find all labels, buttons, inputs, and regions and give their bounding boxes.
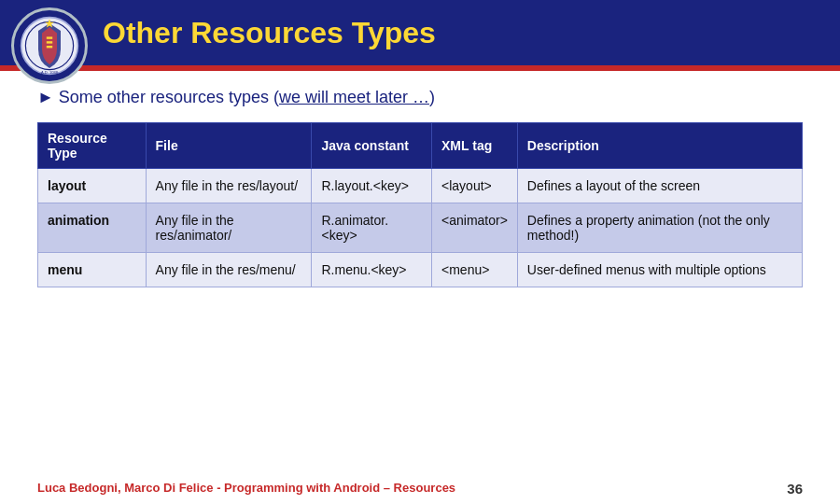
cell-java: R.animator. <key>: [312, 203, 432, 253]
table-row: animationAny file in the res/animator/R.…: [38, 203, 803, 253]
svg-text:A.D. 1088: A.D. 1088: [41, 70, 59, 75]
cell-type: animation: [38, 203, 147, 253]
title-plain: Other Resources: [103, 16, 352, 49]
page-title: Other Resources Types: [103, 16, 436, 50]
cell-file: Any file in the res/animator/: [146, 203, 312, 253]
footer-authors: Luca Bedogni, Marco Di Felice - Programm…: [37, 481, 455, 497]
cell-type: menu: [38, 253, 147, 287]
cell-desc: Defines a property animation (not the on…: [517, 203, 802, 253]
table-header-row: Resource Type File Java constant XML tag…: [38, 123, 803, 169]
cell-desc: Defines a layout of the screen: [517, 169, 802, 203]
svg-rect-2: [47, 36, 52, 38]
header: Other Resources Types: [0, 0, 840, 65]
resource-types-table: Resource Type File Java constant XML tag…: [37, 122, 803, 287]
cell-file: Any file in the res/layout/: [146, 169, 312, 203]
col-header-xml: XML tag: [432, 123, 518, 169]
intro-paragraph: ► Some other resources types (we will me…: [37, 88, 803, 107]
footer-author-names: Luca Bedogni, Marco Di Felice -: [37, 481, 224, 495]
logo-svg: A.D. 1088: [20, 16, 79, 76]
content-area: ► Some other resources types (we will me…: [0, 71, 840, 297]
svg-rect-4: [47, 46, 52, 48]
footer: Luca Bedogni, Marco Di Felice - Programm…: [0, 481, 840, 497]
col-header-type: Resource Type: [38, 123, 147, 169]
col-header-desc: Description: [517, 123, 802, 169]
cell-desc: User-defined menus with multiple options: [517, 253, 802, 287]
footer-course: Programming with Android – Resources: [224, 481, 455, 495]
table-row: menuAny file in the res/menu/R.menu.<key…: [38, 253, 803, 287]
intro-text-after: ): [429, 88, 435, 106]
col-header-java: Java constant: [312, 123, 432, 169]
svg-rect-3: [47, 41, 52, 43]
intro-text-underlined: we will meet later …: [279, 88, 429, 106]
footer-page-number: 36: [787, 481, 803, 497]
title-highlight: Types: [352, 16, 436, 49]
col-header-file: File: [146, 123, 312, 169]
cell-file: Any file in the res/menu/: [146, 253, 312, 287]
table-row: layoutAny file in the res/layout/R.layou…: [38, 169, 803, 203]
cell-xml: <layout>: [432, 169, 518, 203]
cell-java: R.menu.<key>: [312, 253, 432, 287]
cell-xml: <animator>: [432, 203, 518, 253]
cell-xml: <menu>: [432, 253, 518, 287]
intro-text-before: Some other resources types (: [59, 88, 279, 106]
logo: A.D. 1088: [11, 7, 88, 84]
cell-type: layout: [38, 169, 147, 203]
cell-java: R.layout.<key>: [312, 169, 432, 203]
